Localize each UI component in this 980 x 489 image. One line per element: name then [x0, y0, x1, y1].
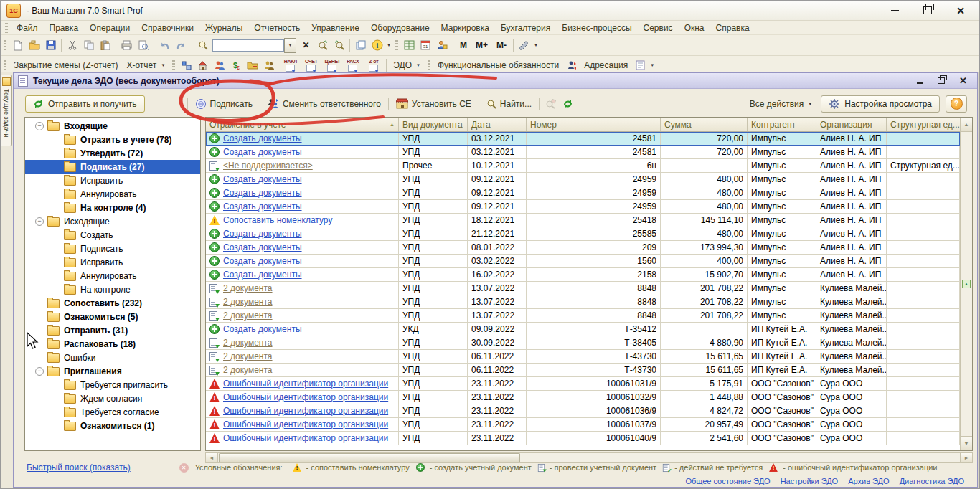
tree-item[interactable]: Исправить — [25, 255, 200, 269]
doc-minimize-icon[interactable] — [917, 82, 923, 84]
column-header-doctype[interactable]: Вид документа — [399, 118, 468, 131]
all-actions-button[interactable]: Все действия ▼ — [750, 99, 812, 109]
table-row[interactable]: Создать документыУПД09.12.202124959480,0… — [206, 173, 960, 186]
edo-menu-button[interactable]: ЭДО▼ — [389, 57, 425, 72]
column-header-organization[interactable]: Организация — [816, 118, 887, 131]
copy-icon[interactable] — [80, 37, 97, 53]
tree-item[interactable]: Подписать — [25, 242, 200, 255]
refresh-list-icon[interactable] — [559, 96, 576, 112]
close-shift-button[interactable]: Закрытие смены (Z-отчет) — [9, 57, 122, 72]
tree-item[interactable]: −Входящие — [25, 119, 200, 133]
table-row[interactable]: 2 документаУПД06.11.2022Т-4373015 611,65… — [206, 364, 960, 377]
tree-item[interactable]: Отправить (31) — [25, 323, 200, 337]
view-settings-button[interactable]: Настройка просмотра — [821, 95, 940, 113]
edo-dropdown-icon[interactable]: ▼ — [416, 63, 420, 67]
menu-item-9[interactable]: Бухгалтерия — [495, 22, 556, 34]
close-icon[interactable]: ✕ — [956, 6, 965, 16]
tree-item[interactable]: На контроле — [25, 283, 200, 296]
row-action-link[interactable]: Создать документы — [223, 133, 302, 143]
info-dropdown-icon[interactable]: ▼ — [387, 43, 391, 47]
table-row[interactable]: 2 документаУПД13.07.20228848201 708,22Им… — [206, 282, 960, 295]
mini-report-button[interactable]: СЧЕТ — [301, 59, 321, 72]
column-header-date[interactable]: Дата — [468, 118, 527, 131]
wrench-dropdown-icon[interactable]: ▼ — [534, 43, 538, 47]
row-action-link[interactable]: 2 документа — [223, 310, 273, 321]
table-vscrollbar[interactable]: ▲ ▲ ▼ — [960, 118, 972, 450]
clear-search-icon[interactable]: ✕ — [298, 37, 314, 53]
partners-icon[interactable] — [260, 57, 277, 73]
table-row[interactable]: Ошибочный идентификатор организацииУПД23… — [206, 377, 960, 391]
functional-duties-button[interactable]: Функциональные обязанности — [433, 57, 563, 72]
tree-item[interactable]: Подписать (27) — [25, 160, 200, 174]
legend-close-icon[interactable]: ✕ — [179, 463, 189, 473]
staff-icon[interactable] — [211, 57, 227, 73]
row-action-link[interactable]: 2 документа — [223, 365, 273, 375]
tree-item[interactable]: −Исходящие — [25, 214, 200, 228]
footer-link[interactable]: Настройки ЭДО — [781, 477, 839, 485]
menu-item-6[interactable]: Управление — [306, 22, 365, 34]
tree-item[interactable]: Требуется пригласить — [25, 378, 200, 391]
mini-report-button[interactable]: НАКЛ — [281, 59, 300, 72]
table-row[interactable]: Создать документыУПД09.12.202124959480,0… — [206, 186, 960, 200]
table-row[interactable]: Ошибочный идентификатор организацииУПД23… — [206, 418, 960, 432]
menu-item-0[interactable]: Файл — [11, 22, 44, 34]
mini-report-button[interactable]: Z-от — [364, 59, 383, 72]
row-action-link[interactable]: Создать документы — [223, 188, 302, 198]
row-action-link[interactable]: Создать документы — [223, 256, 302, 266]
tree-item[interactable]: Ознакомиться (1) — [25, 419, 200, 432]
row-action-link[interactable]: Создать документы — [223, 174, 302, 184]
row-action-link[interactable]: 2 документа — [223, 338, 273, 348]
table-row[interactable]: <Не поддерживается>Прочее10.12.20216нИмп… — [206, 159, 960, 173]
memory-button[interactable]: M — [456, 40, 471, 50]
table-row[interactable]: Создать документыУПД16.02.2022215815 902… — [206, 268, 960, 282]
row-action-link[interactable]: Ошибочный идентификатор организации — [223, 392, 388, 402]
search-input[interactable] — [212, 39, 284, 52]
tree-item[interactable]: Создать — [25, 228, 200, 242]
menu-item-3[interactable]: Справочники — [136, 22, 199, 34]
set-se-button[interactable]: Установить СЕ — [391, 96, 476, 112]
tree-item[interactable]: Требуется согласие — [25, 405, 200, 419]
table-row[interactable]: Создать документыУКД09.09.2022Т-35412ИП … — [206, 323, 960, 336]
notes-dropdown-icon[interactable]: ▼ — [650, 63, 654, 67]
restore-icon[interactable] — [923, 6, 932, 14]
menu-item-10[interactable]: Бизнес-процессы — [556, 22, 637, 34]
sign-button[interactable]: Подписать — [190, 96, 258, 112]
tree-item[interactable]: На контроле (4) — [25, 201, 200, 214]
duties-person-icon[interactable] — [563, 57, 580, 73]
row-action-link[interactable]: Создать документы — [223, 324, 302, 334]
user-lock-icon[interactable] — [434, 37, 451, 53]
tree-item[interactable]: Ознакомиться (5) — [25, 310, 200, 323]
row-action-link[interactable]: Создать документы — [223, 270, 302, 280]
table-row[interactable]: 2 документаУПД06.11.2022Т-4373015 611,65… — [206, 350, 960, 364]
row-action-link[interactable]: <Не поддерживается> — [223, 161, 313, 171]
tree-item[interactable]: Исправить — [25, 174, 200, 187]
table-row[interactable]: Ошибочный идентификатор организацииУПД23… — [206, 404, 960, 418]
tree-item[interactable]: Аннулировать — [25, 269, 200, 283]
minimize-icon[interactable] — [891, 10, 899, 11]
cut-icon[interactable] — [64, 37, 80, 53]
tree-item[interactable]: Ошибки — [25, 351, 200, 364]
find-next-icon[interactable] — [314, 37, 331, 53]
table-row[interactable]: Создать документыУПД09.12.202124959480,0… — [206, 200, 960, 214]
tree-item[interactable]: Ждем согласия — [25, 391, 200, 405]
tree-item[interactable]: Отразить в учете (78) — [25, 133, 200, 146]
row-action-link[interactable]: Ошибочный идентификатор организации — [223, 419, 388, 429]
footer-link[interactable]: Общее состояние ЭДО — [685, 477, 770, 485]
menu-item-7[interactable]: Оборудование — [365, 22, 435, 34]
table-row[interactable]: Сопоставить номенклатуруУПД18.12.2021254… — [206, 214, 960, 227]
undo-icon[interactable] — [156, 37, 173, 53]
components-icon[interactable] — [178, 57, 194, 73]
scroll-up-icon[interactable]: ▲ — [961, 118, 972, 132]
info-icon[interactable]: i — [369, 37, 385, 53]
mini-report-button[interactable]: РАСХ — [343, 59, 362, 72]
menu-item-8[interactable]: Маркировка — [435, 22, 495, 34]
column-header-number[interactable]: Номер — [527, 118, 661, 131]
column-header-reflection[interactable]: Отражение в учете▲ — [206, 118, 399, 131]
paste-icon[interactable] — [97, 37, 113, 53]
menu-item-12[interactable]: Окна — [679, 22, 710, 34]
tree-item[interactable]: Сопоставить (232) — [25, 296, 200, 310]
x-report-dropdown-icon[interactable]: ▼ — [161, 63, 165, 67]
row-action-link[interactable]: 2 документа — [223, 297, 273, 307]
row-action-link[interactable]: Ошибочный идентификатор организации — [223, 433, 388, 443]
table-row[interactable]: Создать документыУПД03.12.202124581720,0… — [206, 146, 960, 159]
